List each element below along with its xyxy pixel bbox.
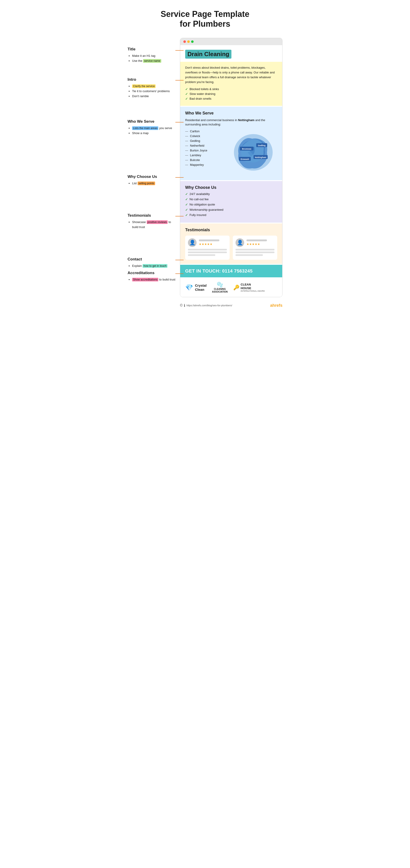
avatar-1: 👤: [188, 238, 197, 247]
browser-window-container: Drain Cleaning Don't stress about blocke…: [180, 38, 282, 308]
accreditations-section: 💎 CrystalClean 🫧 CLEANINGASSOCIATION: [180, 278, 282, 297]
cleaning-association-logo: 🫧 CLEANINGASSOCIATION: [212, 282, 228, 293]
crystal-clean-logo: 💎 CrystalClean: [185, 283, 207, 292]
highlight-clarify: Clarify the service: [132, 84, 156, 88]
info-icon: ℹ: [184, 303, 185, 308]
annotation-list-item: Tie it to customers' problems: [132, 89, 178, 94]
intro-checklist: Blocked toilets & sinks Slow water drain…: [185, 87, 277, 100]
testimonials-section: Testimonials 👤 ★★★★★: [180, 223, 282, 264]
serve-area: Burton Joyce: [185, 149, 227, 152]
ahrefs-brand: ahrefs: [270, 303, 282, 308]
map-svg: Broxtowe Gedling Erewash Nottingham: [229, 129, 277, 175]
who-serve-heading: Who We Serve: [185, 111, 277, 116]
content-layout: Title Make it an H1 tag Use the service …: [128, 38, 282, 308]
contact-label: GET IN TOUCH:: [185, 269, 221, 274]
annotation-accred-heading: Accreditations: [128, 271, 178, 275]
who-serve-section: Who We Serve Residential and commercial …: [180, 107, 282, 180]
svg-text:Broxtowe: Broxtowe: [242, 148, 251, 150]
annotation-accred-list: Show accreditations to build trust: [128, 277, 178, 282]
browser-dot-red: [183, 40, 186, 43]
serve-layout: Carlton Colwick Gedling Netherfield Burt…: [185, 129, 277, 176]
annotation-why-heading: Why Choose Us: [128, 175, 178, 179]
browser-window: Drain Cleaning Don't stress about blocke…: [180, 38, 282, 297]
page-wrapper: Service Page Template for Plumbers Title…: [121, 0, 289, 315]
highlight-selling: selling points: [138, 182, 155, 185]
cleaning-icon: 🫧: [217, 282, 223, 288]
clean-house-logo: 🔑 CLEANHOUSE INTERNATIONAL AWARD: [233, 283, 265, 292]
annotation-list-item: Make it an H1 tag: [132, 53, 178, 58]
testimonial-card-2: 👤 ★★★★★: [233, 236, 277, 260]
why-item: Workmanship guaranteed: [185, 208, 277, 212]
annotation-list-item: Show accreditations to build trust: [132, 277, 178, 282]
why-item: Fully insured: [185, 213, 277, 217]
page-footer: © ℹ https://ahrefs.com/blog/seo-for-plum…: [180, 300, 282, 308]
footer-url: https://ahrefs.com/blog/seo-for-plumbers…: [186, 304, 232, 307]
annotation-list-item: List selling points: [132, 181, 178, 186]
browser-dot-green: [191, 40, 194, 43]
footer-icons: © ℹ: [180, 303, 185, 308]
intro-section: Don't stress about blocked drains, toile…: [180, 62, 282, 105]
why-list: 24/7 availability No call-out fee No obl…: [185, 192, 277, 217]
review-text-line: [236, 249, 274, 250]
page-title: Service Page Template for Plumbers: [128, 9, 282, 29]
serve-area: Bulcote: [185, 158, 227, 162]
why-heading: Why Choose Us: [185, 185, 277, 190]
review-text-line: [188, 254, 215, 256]
avatar-2: 👤: [236, 238, 244, 247]
serve-area: Netherfield: [185, 144, 227, 147]
testimonials-heading: Testimonials: [185, 227, 277, 232]
annotation-list-item: Showcase positive reviews to build trust: [132, 220, 178, 230]
browser-content: Drain Cleaning Don't stress about blocke…: [180, 45, 282, 297]
svg-text:Erewash: Erewash: [241, 158, 249, 160]
star-rating-1: ★★★★★: [199, 242, 219, 246]
review-text-line: [188, 249, 227, 250]
service-title-section: Drain Cleaning: [180, 45, 282, 62]
browser-bar: [180, 38, 282, 45]
clean-house-sub: INTERNATIONAL AWARD: [241, 290, 265, 292]
reviewer-name-line: [246, 240, 267, 241]
map-container: Broxtowe Gedling Erewash Nottingham: [229, 129, 277, 176]
serve-area: Carlton: [185, 129, 227, 133]
svg-text:Nottingham: Nottingham: [255, 156, 266, 158]
annotation-testimonials-list: Showcase positive reviews to build trust: [128, 220, 178, 230]
checklist-item: Slow water draining: [185, 92, 277, 96]
annotation-list-item: Show a map: [132, 131, 178, 136]
annotation-list-item: Explain how to get in touch: [132, 264, 178, 269]
annotation-title-list: Make it an H1 tag Use the service name: [128, 53, 178, 63]
highlight-accred: Show accreditations: [132, 278, 158, 281]
contact-section: GET IN TOUCH: 0114 7563245: [180, 265, 282, 277]
annotation-intro-list: Clarify the service Tie it to customers'…: [128, 84, 178, 99]
cleaning-assoc-name: CLEANINGASSOCIATION: [212, 288, 228, 293]
intro-paragraph: Don't stress about blocked drains, toile…: [185, 65, 277, 84]
annotation-contact-list: Explain how to get in touch: [128, 264, 178, 269]
annotation-list-item: Use the service name: [132, 58, 178, 63]
serve-area: Gedling: [185, 139, 227, 143]
contact-phone: 0114 7563245: [222, 269, 252, 274]
annotation-list-item: Lists the main areas you serve: [132, 126, 178, 131]
testimonials-grid: 👤 ★★★★★: [185, 236, 277, 260]
footer-left: © ℹ https://ahrefs.com/blog/seo-for-plum…: [180, 303, 232, 308]
checklist-item: Bad drain smells: [185, 97, 277, 100]
annotation-intro-heading: Intro: [128, 77, 178, 82]
checklist-item: Blocked toilets & sinks: [185, 87, 277, 91]
clean-house-icon: 🔑: [233, 285, 239, 290]
diamond-icon: 💎: [185, 284, 193, 291]
highlight-reviews: positive reviews: [147, 220, 168, 224]
serve-list: Carlton Colwick Gedling Netherfield Burt…: [185, 129, 227, 176]
crystal-clean-name: CrystalClean: [195, 283, 207, 292]
why-item: No call-out fee: [185, 197, 277, 201]
review-text-line: [236, 254, 263, 256]
serve-area: Mapperley: [185, 163, 227, 166]
service-title: Drain Cleaning: [185, 50, 231, 59]
copyright-icon: ©: [180, 303, 183, 308]
reviewer-name-line: [199, 240, 219, 241]
annotation-why-list: List selling points: [128, 181, 178, 186]
why-section: Why Choose Us 24/7 availability No call-…: [180, 181, 282, 223]
serve-area: Colwick: [185, 134, 227, 138]
why-item: No obligation quote: [185, 203, 277, 207]
serve-area: Lambley: [185, 154, 227, 157]
annotation-serve-list: Lists the main areas you serve Show a ma…: [128, 126, 178, 136]
avatar-icon: 👤: [237, 240, 243, 246]
review-text-line: [188, 252, 227, 253]
star-rating-2: ★★★★★: [246, 242, 267, 246]
